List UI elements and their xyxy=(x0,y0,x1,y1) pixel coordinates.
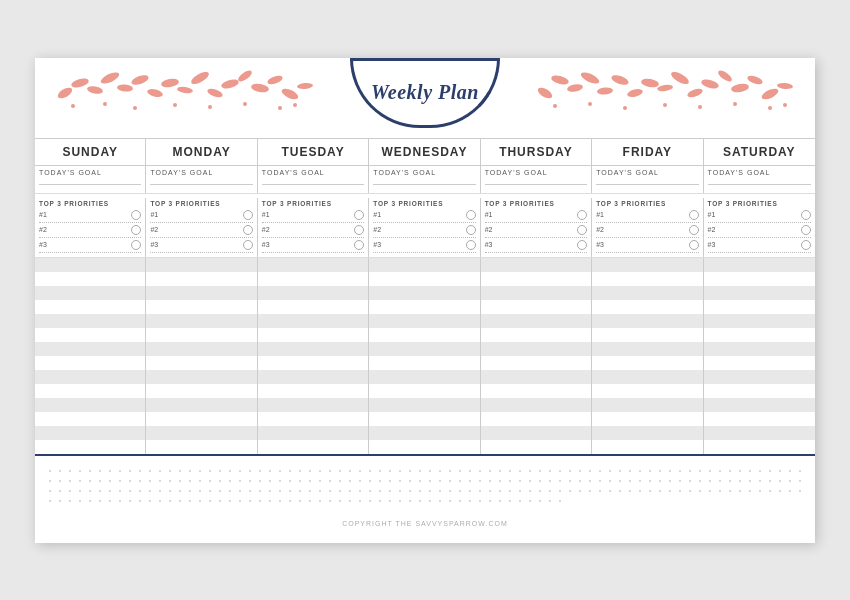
schedule-row[interactable] xyxy=(481,412,591,426)
schedule-row[interactable] xyxy=(258,286,368,300)
schedule-row[interactable] xyxy=(369,272,479,286)
schedule-row[interactable] xyxy=(704,398,815,412)
schedule-row[interactable] xyxy=(704,440,815,454)
notes-area[interactable] xyxy=(35,456,815,516)
schedule-row[interactable] xyxy=(258,258,368,272)
schedule-row[interactable] xyxy=(704,370,815,384)
schedule-row[interactable] xyxy=(481,300,591,314)
schedule-sunday[interactable] xyxy=(35,258,146,454)
priority-checkbox[interactable] xyxy=(354,240,364,250)
schedule-row[interactable] xyxy=(704,314,815,328)
schedule-row[interactable] xyxy=(592,342,702,356)
schedule-row[interactable] xyxy=(704,272,815,286)
goal-saturday[interactable]: TODAY'S GOAL xyxy=(704,166,815,193)
schedule-row[interactable] xyxy=(481,370,591,384)
priority-checkbox[interactable] xyxy=(131,210,141,220)
schedule-row[interactable] xyxy=(369,370,479,384)
schedule-row[interactable] xyxy=(592,370,702,384)
schedule-row[interactable] xyxy=(592,272,702,286)
schedule-row[interactable] xyxy=(592,258,702,272)
schedule-row[interactable] xyxy=(369,258,479,272)
schedule-row[interactable] xyxy=(258,356,368,370)
schedule-row[interactable] xyxy=(369,300,479,314)
priority-checkbox[interactable] xyxy=(577,210,587,220)
schedule-row[interactable] xyxy=(369,426,479,440)
schedule-row[interactable] xyxy=(704,328,815,342)
schedule-friday[interactable] xyxy=(592,258,703,454)
schedule-row[interactable] xyxy=(481,426,591,440)
priority-checkbox[interactable] xyxy=(801,210,811,220)
priority-checkbox[interactable] xyxy=(689,225,699,235)
schedule-row[interactable] xyxy=(481,328,591,342)
schedule-row[interactable] xyxy=(35,356,145,370)
schedule-row[interactable] xyxy=(35,300,145,314)
schedule-row[interactable] xyxy=(258,342,368,356)
priority-2[interactable]: #2 xyxy=(39,225,141,238)
schedule-row[interactable] xyxy=(146,314,256,328)
priority-checkbox[interactable] xyxy=(577,225,587,235)
priority-3[interactable]: #3 xyxy=(39,240,141,253)
priority-checkbox[interactable] xyxy=(577,240,587,250)
schedule-row[interactable] xyxy=(258,272,368,286)
priority-checkbox[interactable] xyxy=(243,210,253,220)
schedule-tuesday[interactable] xyxy=(258,258,369,454)
schedule-row[interactable] xyxy=(35,398,145,412)
schedule-row[interactable] xyxy=(146,272,256,286)
priority-checkbox[interactable] xyxy=(243,240,253,250)
schedule-row[interactable] xyxy=(592,356,702,370)
schedule-row[interactable] xyxy=(369,384,479,398)
schedule-row[interactable] xyxy=(704,384,815,398)
priority-checkbox[interactable] xyxy=(466,210,476,220)
schedule-row[interactable] xyxy=(369,440,479,454)
schedule-row[interactable] xyxy=(592,426,702,440)
priority-checkbox[interactable] xyxy=(801,225,811,235)
schedule-row[interactable] xyxy=(369,342,479,356)
priority-checkbox[interactable] xyxy=(801,240,811,250)
schedule-saturday[interactable] xyxy=(704,258,815,454)
schedule-row[interactable] xyxy=(146,300,256,314)
goal-friday[interactable]: TODAY'S GOAL xyxy=(592,166,703,193)
schedule-row[interactable] xyxy=(592,286,702,300)
schedule-row[interactable] xyxy=(146,342,256,356)
priority-checkbox[interactable] xyxy=(354,225,364,235)
schedule-row[interactable] xyxy=(35,272,145,286)
schedule-row[interactable] xyxy=(146,328,256,342)
schedule-row[interactable] xyxy=(592,300,702,314)
schedule-row[interactable] xyxy=(369,356,479,370)
priority-checkbox[interactable] xyxy=(466,240,476,250)
schedule-row[interactable] xyxy=(35,258,145,272)
schedule-row[interactable] xyxy=(369,328,479,342)
schedule-row[interactable] xyxy=(592,314,702,328)
schedule-row[interactable] xyxy=(592,412,702,426)
schedule-row[interactable] xyxy=(481,342,591,356)
schedule-row[interactable] xyxy=(481,286,591,300)
schedule-row[interactable] xyxy=(146,370,256,384)
schedule-wednesday[interactable] xyxy=(369,258,480,454)
schedule-row[interactable] xyxy=(35,440,145,454)
goal-thursday[interactable]: TODAY'S GOAL xyxy=(481,166,592,193)
goal-monday[interactable]: TODAY'S GOAL xyxy=(146,166,257,193)
priority-checkbox[interactable] xyxy=(131,240,141,250)
schedule-row[interactable] xyxy=(146,398,256,412)
goal-sunday[interactable]: TODAY'S GOAL xyxy=(35,166,146,193)
schedule-row[interactable] xyxy=(592,440,702,454)
schedule-row[interactable] xyxy=(146,426,256,440)
schedule-row[interactable] xyxy=(258,328,368,342)
schedule-row[interactable] xyxy=(481,272,591,286)
schedule-row[interactable] xyxy=(258,398,368,412)
schedule-row[interactable] xyxy=(704,286,815,300)
schedule-row[interactable] xyxy=(146,286,256,300)
schedule-row[interactable] xyxy=(146,384,256,398)
schedule-row[interactable] xyxy=(592,384,702,398)
schedule-row[interactable] xyxy=(481,398,591,412)
goal-tuesday[interactable]: TODAY'S GOAL xyxy=(258,166,369,193)
schedule-row[interactable] xyxy=(35,412,145,426)
schedule-row[interactable] xyxy=(369,412,479,426)
priority-checkbox[interactable] xyxy=(689,210,699,220)
schedule-row[interactable] xyxy=(704,426,815,440)
schedule-row[interactable] xyxy=(35,384,145,398)
schedule-row[interactable] xyxy=(258,300,368,314)
schedule-row[interactable] xyxy=(258,314,368,328)
schedule-row[interactable] xyxy=(146,258,256,272)
priority-checkbox[interactable] xyxy=(354,210,364,220)
